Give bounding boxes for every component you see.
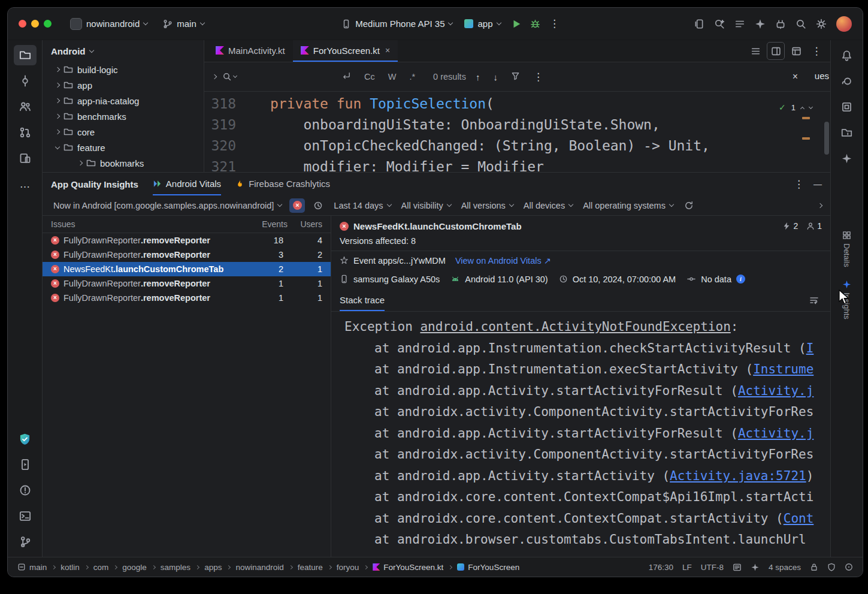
app-quality-insights-tool-button[interactable] [14,429,37,449]
stack-trace[interactable]: Exception android.content.ActivityNotFou… [331,312,830,557]
chevron-right-icon[interactable] [55,114,60,119]
firebase-project-selector[interactable]: Now in Android [com.google.samples.apps.… [51,199,284,212]
notifications-tool-button[interactable] [836,45,858,65]
pull-requests-tool-button[interactable] [14,122,37,143]
device-selector[interactable]: Medium Phone API 35 [336,15,458,32]
terminal-tool-button[interactable] [14,506,37,526]
device-manager-tool-button[interactable] [14,148,37,168]
commit-tool-button[interactable] [14,71,37,91]
chevron-right-icon[interactable] [55,83,60,88]
tree-item-app[interactable]: app [43,77,204,93]
encoding-widget[interactable]: UTF-8 [701,563,724,572]
stack-frame-link[interactable]: Activity.j [738,426,813,441]
notifications-status-icon[interactable] [845,563,853,571]
minimize-window-button[interactable] [31,20,39,28]
run-configuration-selector[interactable]: app [459,15,506,32]
tab-stack-trace[interactable]: Stack trace [340,290,385,311]
info-icon[interactable]: i [736,275,745,284]
find-input[interactable] [243,72,332,82]
close-find-bar-button[interactable]: × [793,71,798,82]
project-selector[interactable]: nowinandroid [65,14,153,34]
event-id-label[interactable]: Event apps/c...jYwMDM [353,256,446,266]
ai-status-icon[interactable] [751,563,760,572]
chevron-right-icon[interactable] [55,67,60,72]
match-case-toggle[interactable]: Cc [361,70,379,83]
breadcrumb-item[interactable]: google [122,563,147,572]
project-view-selector[interactable]: Android [43,40,204,62]
expand-filters-icon[interactable] [818,203,822,207]
settings-button[interactable] [812,15,830,33]
breadcrumb-item[interactable]: kotlin [61,563,80,572]
device-explorer-tool-button[interactable] [836,122,858,143]
running-devices-tool-button[interactable] [14,454,37,475]
visibility-filter[interactable]: All visibility [399,199,453,212]
vcs-branch-selector[interactable]: main [158,15,210,32]
gradle-tool-button[interactable] [836,71,858,91]
close-tab-icon[interactable]: × [385,46,390,55]
tab-firebase-crashlytics[interactable]: Firebase Crashlytics [235,173,330,195]
reader-mode-icon[interactable] [733,563,742,572]
tree-item-feature[interactable]: feature [43,140,204,155]
breadcrumb-item[interactable]: foryou [337,563,359,572]
indent-widget[interactable]: 4 spaces [769,563,801,572]
code-editor[interactable]: 318 private fun TopicSelection( 319 onbo… [204,92,830,172]
breadcrumb-file[interactable]: ForYouScreen.kt [383,563,443,572]
search-everywhere-button[interactable] [792,15,810,33]
debug-button[interactable] [527,15,545,33]
project-tool-button[interactable] [14,45,37,65]
stack-frame-link[interactable]: I [806,341,814,355]
whole-words-toggle[interactable]: W [385,70,400,83]
issue-row[interactable]: × FullyDrawnReporter.removeReporter 3 2 [43,248,331,262]
line-separator-widget[interactable]: LF [682,563,692,572]
chevron-down-icon[interactable] [55,144,60,149]
inspections-status-icon[interactable] [827,563,836,571]
column-events[interactable]: Events [249,219,288,229]
tab-mainactivity[interactable]: MainActivity.kt [208,40,293,62]
expand-find-icon[interactable] [212,74,217,79]
stack-frame-link[interactable]: Cont [784,511,814,526]
column-users[interactable]: Users [288,219,322,229]
version-control-tool-button[interactable] [14,532,37,552]
aqi-panel-title[interactable]: App Quality Insights [51,179,138,189]
search-options-button[interactable]: ⋮ [530,69,547,85]
stack-frame-link[interactable]: Activity.j [738,384,813,398]
breadcrumb-item[interactable]: main [29,563,47,572]
plugins-button[interactable] [772,15,790,33]
breadcrumb-symbol[interactable]: ForYouScreen [468,563,519,572]
zoom-window-button[interactable] [44,20,52,28]
tree-item-bookmarks[interactable]: bookmarks [43,155,204,171]
breadcrumb-item[interactable]: nowinandroid [235,563,283,572]
minimize-panel-button[interactable]: — [813,179,822,189]
breadcrumb-item[interactable]: samples [161,563,190,572]
view-on-android-vitals-link[interactable]: View on Android Vitals ↗ [455,256,551,266]
split-editor-button[interactable] [767,42,785,60]
issue-row[interactable]: × FullyDrawnReporter.removeReporter 1 1 [43,276,331,291]
issue-row-selected[interactable]: × NewsFeedKt.launchCustomChromeTab 2 1 [43,262,331,276]
regex-toggle[interactable]: .* [406,70,419,83]
next-problem-icon[interactable] [809,104,813,108]
ai-search-button[interactable] [710,15,728,33]
editor-options-button[interactable]: ⋮ [807,42,825,60]
close-window-button[interactable] [19,20,26,28]
devices-filter[interactable]: All devices [521,199,575,212]
os-filter[interactable]: All operating systems [580,199,676,212]
aqi-options-button[interactable]: ⋮ [794,178,804,191]
breadcrumb-item[interactable]: apps [204,563,222,572]
run-button[interactable] [507,15,525,33]
soft-wrap-button[interactable] [806,293,822,307]
structure-view-button[interactable] [746,42,764,60]
editor-scrollbar[interactable] [824,122,829,155]
details-panel-tab[interactable]: Details [842,227,851,271]
column-issues[interactable]: Issues [51,219,249,229]
previous-problem-icon[interactable] [800,106,805,110]
assistant-tool-button[interactable] [836,148,858,168]
error-stripe-mark[interactable] [802,117,810,119]
caret-position-widget[interactable]: 176:30 [649,563,673,572]
structure-tool-button[interactable] [14,97,37,117]
task-list-button[interactable] [731,15,749,33]
refresh-button[interactable] [681,198,697,213]
previous-occurrence-button[interactable]: ↑ [472,72,484,82]
chevron-right-icon[interactable] [55,129,60,134]
layout-inspector-tool-button[interactable] [836,97,858,117]
issue-row[interactable]: × FullyDrawnReporter.removeReporter 18 4 [43,233,331,248]
